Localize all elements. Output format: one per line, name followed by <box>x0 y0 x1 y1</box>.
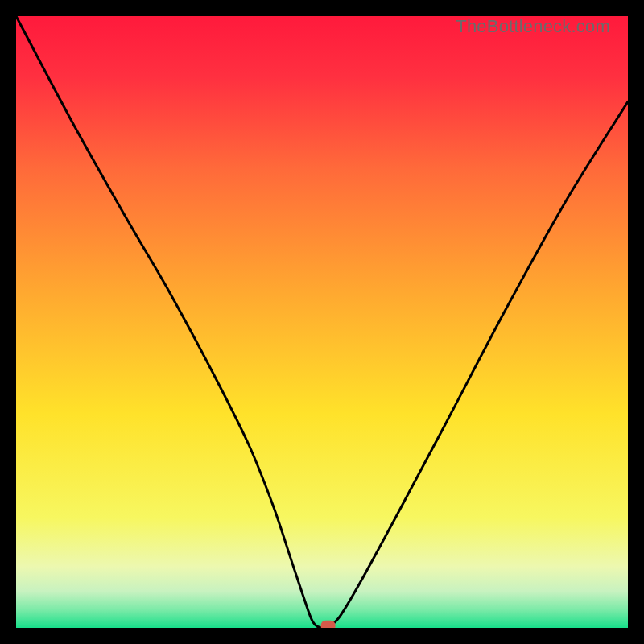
bottleneck-chart <box>16 16 628 628</box>
optimal-point-marker <box>321 621 336 628</box>
gradient-background <box>16 16 628 628</box>
watermark-text: TheBottleneck.com <box>456 16 610 37</box>
chart-frame: TheBottleneck.com <box>16 16 628 628</box>
